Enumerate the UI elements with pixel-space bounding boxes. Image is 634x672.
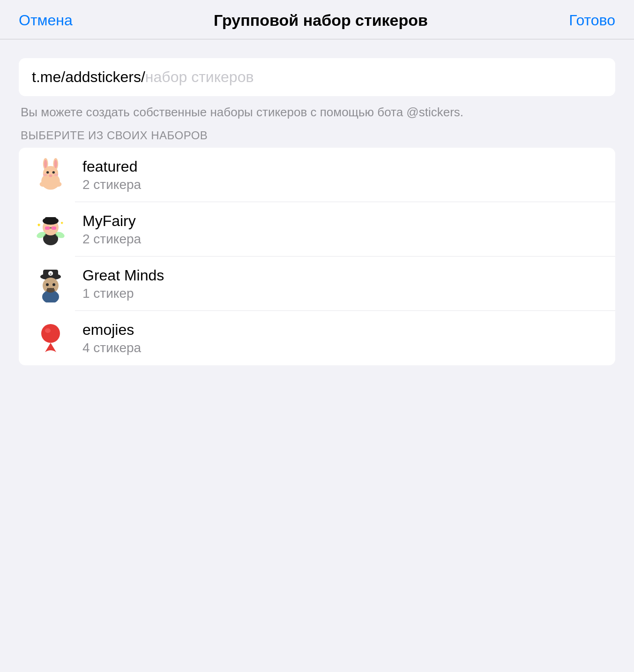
svg-rect-18 [52, 227, 56, 230]
url-input-row: t.me/addstickers/ [32, 68, 602, 86]
svg-point-3 [44, 160, 47, 168]
svg-point-10 [54, 174, 58, 176]
sticker-name-myfairy: MyFairy [82, 212, 141, 230]
sticker-info-emojies: emojies 4 стикера [82, 321, 141, 355]
sticker-name-greatminds: Great Minds [82, 267, 164, 284]
navigation-bar: Отмена Групповой набор стикеров Готово [0, 0, 634, 39]
svg-point-30 [46, 283, 49, 286]
done-button[interactable]: Готово [569, 12, 615, 29]
sticker-info-myfairy: MyFairy 2 стикера [82, 212, 141, 247]
sticker-count-featured: 2 стикера [82, 177, 141, 192]
svg-point-32 [46, 288, 55, 293]
svg-text:✕: ✕ [49, 272, 52, 276]
sticker-count-greatminds: 1 стикер [82, 286, 164, 301]
svg-point-7 [52, 171, 55, 174]
svg-point-8 [49, 174, 52, 177]
sticker-count-emojies: 4 стикера [82, 340, 141, 355]
svg-point-11 [40, 182, 46, 187]
svg-text:✦: ✦ [37, 222, 41, 228]
url-input-container: t.me/addstickers/ [19, 58, 615, 96]
helper-text: Вы можете создать собственные наборы сти… [19, 104, 615, 121]
svg-point-34 [45, 328, 51, 333]
sticker-item-myfairy[interactable]: ✦ ✦ MyFairy 2 стикера [19, 202, 615, 257]
sticker-thumbnail-greatminds: ✕ [32, 265, 69, 302]
section-header: ВЫБЕРИТЕ ИЗ СВОИХ НАБОРОВ [19, 129, 615, 142]
sticker-name-featured: featured [82, 158, 141, 175]
sticker-item-greatminds[interactable]: ✕ Great Minds 1 стикер [19, 257, 615, 311]
svg-rect-16 [45, 217, 56, 223]
content-area: t.me/addstickers/ Вы можете создать собс… [0, 39, 634, 365]
sticker-name-emojies: emojies [82, 321, 141, 339]
sticker-thumbnail-emojies [32, 319, 69, 357]
svg-point-6 [46, 171, 49, 174]
sticker-count-myfairy: 2 стикера [82, 232, 141, 247]
url-prefix: t.me/addstickers/ [32, 68, 145, 86]
sticker-thumbnail-featured [32, 156, 69, 194]
sticker-item-emojies[interactable]: emojies 4 стикера [19, 311, 615, 365]
sticker-thumbnail-myfairy: ✦ ✦ [32, 211, 69, 248]
sticker-list: featured 2 стикера [19, 148, 615, 365]
sticker-set-input[interactable] [145, 68, 602, 86]
cancel-button[interactable]: Отмена [19, 12, 73, 29]
svg-point-9 [43, 174, 47, 176]
svg-point-33 [41, 324, 60, 343]
sticker-info-featured: featured 2 стикера [82, 158, 141, 192]
sticker-info-greatminds: Great Minds 1 стикер [82, 267, 164, 301]
svg-point-12 [55, 182, 61, 187]
svg-point-5 [54, 160, 57, 168]
svg-rect-17 [45, 227, 50, 230]
svg-point-31 [52, 283, 55, 286]
svg-text:✦: ✦ [60, 220, 64, 226]
page-title: Групповой набор стикеров [214, 11, 428, 30]
sticker-item-featured[interactable]: featured 2 стикера [19, 148, 615, 202]
